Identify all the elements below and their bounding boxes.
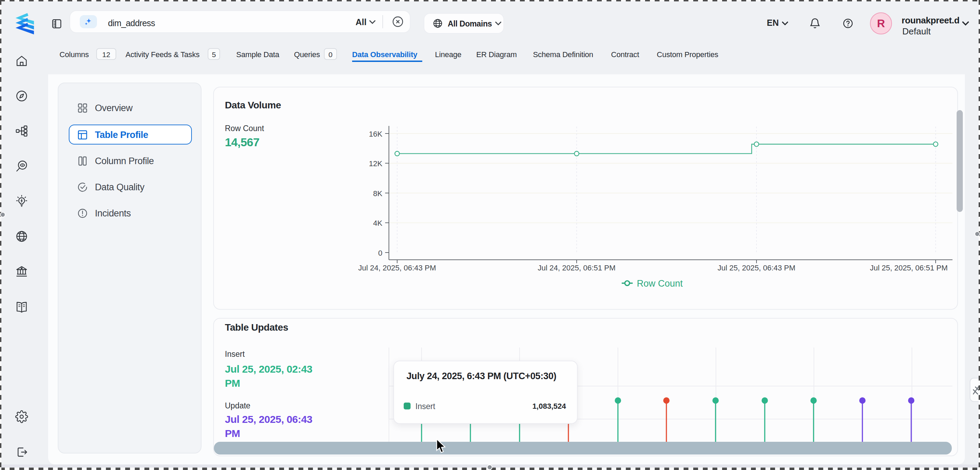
svg-text:0: 0 bbox=[378, 249, 382, 257]
svg-text:Jul 25, 2025, 06:51 PM: Jul 25, 2025, 06:51 PM bbox=[870, 264, 948, 272]
svg-text:12K: 12K bbox=[369, 159, 382, 168]
svg-text:8K: 8K bbox=[373, 189, 382, 198]
svg-text:Row Count: Row Count bbox=[637, 278, 683, 289]
svg-text:16K: 16K bbox=[369, 130, 382, 138]
svg-text:Jul 24, 2025, 06:51 PM: Jul 24, 2025, 06:51 PM bbox=[538, 264, 616, 272]
svg-text:Jul 25, 2025, 06:43 PM: Jul 25, 2025, 06:43 PM bbox=[718, 264, 795, 272]
svg-text:4K: 4K bbox=[373, 219, 382, 228]
svg-text:Jul 24, 2025, 06:43 PM: Jul 24, 2025, 06:43 PM bbox=[358, 264, 436, 272]
